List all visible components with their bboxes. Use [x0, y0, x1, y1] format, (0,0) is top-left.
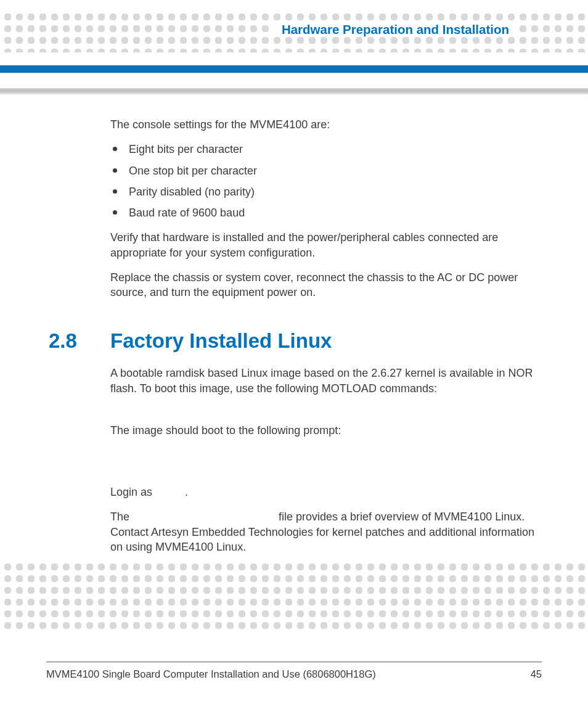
- footer-page-number: 45: [531, 668, 542, 680]
- footer-doc-title: MVME4100 Single Board Computer Installat…: [46, 668, 376, 680]
- page-footer: MVME4100 Single Board Computer Installat…: [46, 662, 542, 680]
- intro-paragraph: The console settings for the MVME4100 ar…: [110, 117, 542, 132]
- blank-gap: [110, 448, 542, 485]
- list-item: One stop bit per character: [110, 163, 542, 178]
- section-heading: 2.8 Factory Installed Linux: [49, 327, 542, 355]
- running-header-text: Hardware Preparation and Installation: [282, 22, 509, 36]
- login-paragraph: Login as .: [110, 485, 542, 499]
- list-item: Parity disabled (no parity): [110, 184, 542, 199]
- verify-paragraph: Verify that hardware is installed and th…: [110, 230, 542, 260]
- running-header: Hardware Preparation and Installation: [269, 22, 517, 37]
- readme-text-mid: file provides a brief overview of MVME41…: [110, 511, 534, 553]
- section-number: 2.8: [49, 327, 110, 355]
- page-content: The console settings for the MVME4100 ar…: [110, 117, 542, 564]
- header-gray-rule: [0, 88, 588, 94]
- readme-paragraph: The file provides a brief overview of MV…: [110, 509, 542, 554]
- login-text-pre: Login as: [110, 486, 155, 498]
- login-text-post: .: [185, 486, 188, 498]
- header-blue-rule: [0, 65, 588, 73]
- prompt-paragraph: The image should boot to the following p…: [110, 423, 542, 438]
- replace-paragraph: Replace the chassis or system cover, rec…: [110, 270, 542, 300]
- footer-dots-pattern: [0, 559, 588, 633]
- console-settings-list: Eight bits per character One stop bit pe…: [110, 142, 542, 220]
- section-title: Factory Installed Linux: [110, 327, 332, 355]
- list-item: Baud rate of 9600 baud: [110, 205, 542, 220]
- readme-text-pre: The: [110, 511, 133, 523]
- list-item: Eight bits per character: [110, 142, 542, 157]
- boot-paragraph: A bootable ramdisk based Linux image bas…: [110, 366, 542, 396]
- blank-gap: [110, 406, 542, 423]
